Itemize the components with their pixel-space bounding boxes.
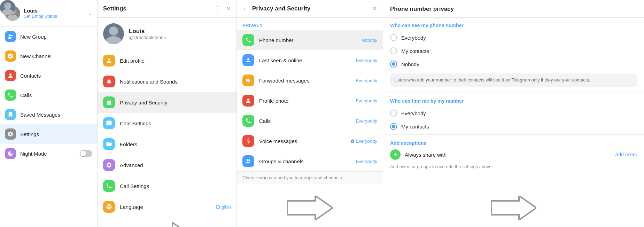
privacy-item-last-seen[interactable]: Last seen & online Everybody [237, 50, 383, 70]
sidebar-item-saved-messages[interactable]: Saved Messages [0, 105, 97, 124]
privacy-header: ← Privacy and Security ✕ [237, 0, 383, 18]
privacy-close-button[interactable]: ✕ [372, 5, 377, 13]
settings-close-button[interactable]: ✕ [226, 5, 231, 13]
radio-my-contacts-2[interactable]: My contacts [383, 120, 644, 133]
saved-messages-icon [5, 109, 16, 120]
privacy-item-forwarded[interactable]: Forwarded messages Everybody [237, 70, 383, 91]
radio-nobody-1[interactable]: Nobody [383, 57, 644, 71]
privacy-panel: ← Privacy and Security ✕ Privacy Phone n… [237, 0, 383, 227]
sidebar-item-new-channel[interactable]: New Channel [0, 46, 97, 66]
advanced-icon [103, 159, 115, 171]
sidebar-user-name: Louis [24, 8, 85, 14]
radio-circle-nobody-1 [390, 61, 397, 68]
sidebar-item-settings[interactable]: Settings [0, 124, 97, 144]
sidebar-user-info: Louis Set Emoji Status [24, 8, 85, 19]
privacy-label: Privacy and Security [120, 100, 231, 105]
privacy-item-profile-photo[interactable]: Profile photo Everybody [237, 91, 383, 111]
call-settings-icon [103, 180, 115, 192]
settings-icon [5, 128, 16, 140]
folders-label: Folders [120, 141, 231, 147]
radio-my-contacts-1[interactable]: My contacts [383, 44, 644, 57]
settings-header: Settings ⋮ ✕ [98, 0, 236, 18]
folders-icon [103, 138, 115, 150]
radio-circle-my-contacts-1 [390, 47, 397, 54]
section-divider-2 [383, 134, 644, 135]
svg-point-16 [249, 159, 251, 161]
sidebar-user-status[interactable]: Set Emoji Status [24, 14, 85, 19]
voice-messages-icon [242, 135, 254, 147]
voice-messages-value: Everybody [350, 139, 377, 144]
settings-profile: Louis @streettabletennis [98, 18, 236, 50]
svg-point-9 [9, 73, 11, 76]
calls-privacy-icon [242, 115, 254, 127]
edit-profile-icon [103, 55, 115, 66]
chat-settings-icon [103, 117, 115, 129]
radio-everybody-1-label: Everybody [401, 35, 426, 41]
sidebar-item-saved-messages-label: Saved Messages [20, 112, 92, 118]
avatar [5, 6, 20, 21]
phone-privacy-header: Phone number privacy [383, 0, 644, 18]
edit-profile-label: Edit profile [120, 58, 231, 64]
svg-point-14 [247, 99, 249, 101]
settings-chat[interactable]: Chat Settings [98, 113, 236, 134]
phone-number-value: Nobody [362, 38, 377, 43]
calls-privacy-label: Calls [259, 118, 351, 124]
add-users-button[interactable]: Add users [615, 152, 637, 157]
settings-title: Settings [103, 5, 126, 12]
radio-everybody-2[interactable]: Everybody [383, 107, 644, 120]
chevron-down-icon[interactable]: ⌄ [88, 10, 92, 16]
radio-everybody-1[interactable]: Everybody [383, 31, 644, 44]
radio-my-contacts-2-label: My contacts [401, 124, 429, 130]
settings-language[interactable]: Language English [98, 196, 236, 217]
settings-user-name: Louis [129, 28, 167, 35]
privacy-title: Privacy and Security [252, 5, 310, 12]
phone-number-label: Phone number [259, 37, 357, 43]
sidebar-item-night-mode-label: Night Mode [20, 151, 76, 157]
privacy-arrow-area [237, 184, 383, 227]
chat-settings-label: Chat Settings [120, 120, 231, 126]
new-group-icon [5, 31, 16, 42]
settings-notifications[interactable]: Notifications and Sounds [98, 71, 236, 92]
settings-advanced[interactable]: Advanced [98, 155, 236, 175]
profile-photo-value: Everybody [356, 98, 377, 103]
privacy-icon [103, 96, 115, 108]
night-mode-toggle[interactable] [80, 150, 92, 157]
last-seen-label: Last seen & online [259, 57, 351, 63]
privacy-item-calls[interactable]: Calls Everybody [237, 111, 383, 131]
settings-folders[interactable]: Folders [98, 134, 236, 155]
voice-messages-label: Voice messages [259, 138, 346, 144]
exceptions-note: Add users or groups to override the sett… [383, 162, 644, 173]
language-label: Language [120, 204, 211, 210]
radio-nobody-1-label: Nobody [401, 61, 419, 67]
sidebar-item-new-channel-label: New Channel [20, 53, 92, 59]
always-share-icon [390, 149, 401, 160]
privacy-back-button[interactable]: ← [242, 5, 249, 13]
phone-privacy-info-note: Users who add your number to their conta… [390, 73, 637, 87]
section-divider [383, 92, 644, 92]
settings-edit-profile[interactable]: Edit profile [98, 50, 236, 71]
settings-username: @streettabletennis [129, 35, 167, 40]
settings-privacy[interactable]: Privacy and Security [98, 92, 236, 113]
always-share-row: Always share with Add users [390, 149, 637, 160]
always-share-label: Always share with [405, 152, 611, 158]
notifications-label: Notifications and Sounds [120, 79, 231, 85]
svg-point-11 [109, 26, 118, 36]
sidebar-item-night-mode[interactable]: Night Mode [0, 144, 97, 163]
profile-photo-label: Profile photo [259, 98, 351, 104]
sidebar-item-settings-label: Settings [20, 131, 92, 137]
phone-number-icon [242, 34, 254, 46]
sidebar-item-new-group[interactable]: New Group [0, 27, 97, 46]
sidebar-item-new-group-label: New Group [20, 34, 92, 40]
forwarded-label: Forwarded messages [259, 78, 351, 84]
settings-more-button[interactable]: ⋮ [215, 5, 221, 13]
toggle-knob [80, 151, 86, 156]
sidebar-item-contacts[interactable]: Contacts [0, 66, 97, 85]
advanced-label: Advanced [120, 162, 231, 168]
settings-call-settings[interactable]: Call Settings [98, 175, 236, 196]
privacy-item-phone[interactable]: Phone number Nobody [237, 30, 383, 50]
privacy-footer-note: Choose who can add you to groups and cha… [237, 171, 383, 184]
add-exceptions-title: Add exceptions [390, 140, 637, 146]
privacy-item-voice[interactable]: Voice messages Everybody [237, 131, 383, 151]
sidebar-item-calls[interactable]: Calls [0, 85, 97, 105]
privacy-item-groups[interactable]: Groups & channels Everybody [237, 151, 383, 171]
